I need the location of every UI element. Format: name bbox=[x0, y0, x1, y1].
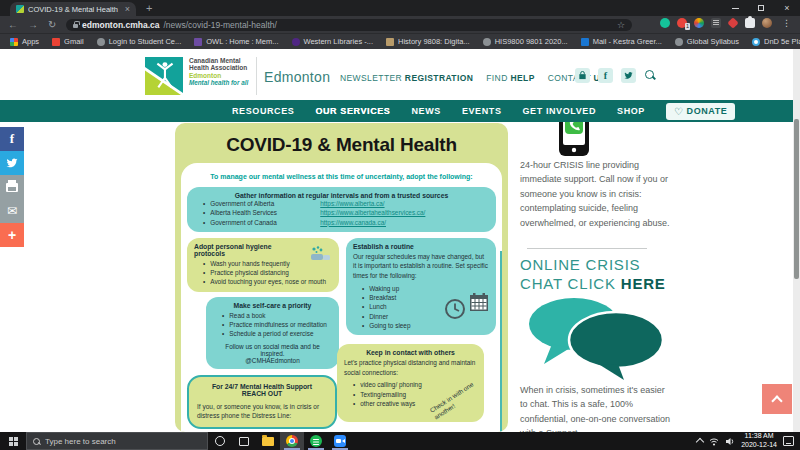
bookmark-gmail[interactable]: Gmail bbox=[52, 37, 84, 46]
speaker-icon[interactable] bbox=[725, 437, 735, 446]
reach-out-box: For 24/7 Mental Health Support REACH OUT… bbox=[187, 375, 337, 430]
task-view-button[interactable] bbox=[232, 432, 256, 450]
heart-icon: ♡ bbox=[674, 106, 684, 117]
search-icon bbox=[33, 438, 40, 445]
address-bar[interactable]: edmonton.cmha.ca /news/covid-19-mental-h… bbox=[66, 19, 632, 31]
back-to-top-button[interactable] bbox=[762, 384, 792, 414]
bookmark-student-login[interactable]: Login to Student Ce... bbox=[97, 37, 182, 46]
bookmark-dnd[interactable]: DnD 5e Player Han... bbox=[752, 37, 800, 46]
covid-infographic: COVID-19 & Mental Health To manage our m… bbox=[175, 123, 508, 432]
taskbar-clock[interactable]: 11:38 AM 2020-12-14 bbox=[741, 432, 777, 450]
bookmark-star-icon[interactable]: ☆ bbox=[617, 20, 625, 30]
url-host: edmonton.cmha.ca bbox=[82, 20, 159, 30]
chat-bubbles-icon[interactable] bbox=[522, 294, 672, 382]
grammarly-extension-icon[interactable] bbox=[660, 18, 670, 28]
taskbar-search-input[interactable] bbox=[45, 437, 185, 446]
clock-icon bbox=[444, 298, 466, 320]
nav-shop[interactable]: SHOP bbox=[617, 106, 645, 116]
back-icon[interactable]: ← bbox=[8, 19, 18, 30]
zoom-camera-icon bbox=[334, 435, 346, 447]
ahs-link[interactable]: https://www.albertahealthservices.ca/ bbox=[320, 208, 425, 217]
donate-button[interactable]: ♡DONATE bbox=[666, 103, 736, 120]
routine-box: Establish a routine Our regular schedule… bbox=[346, 238, 496, 335]
bookmark-mail[interactable]: Mail - Kestra Greer... bbox=[581, 37, 662, 46]
chat-here-link[interactable]: HERE bbox=[621, 275, 666, 292]
hand-washing-icon bbox=[306, 245, 332, 263]
site-city-label: Edmonton bbox=[264, 69, 330, 85]
start-button[interactable] bbox=[0, 432, 26, 450]
share-print-button[interactable] bbox=[0, 175, 24, 199]
browser-menu-icon[interactable]: ⋮ bbox=[782, 18, 791, 28]
folder-icon bbox=[262, 437, 274, 446]
window-minimize-button[interactable] bbox=[722, 0, 748, 16]
nav-our-services[interactable]: OUR SERVICES bbox=[315, 106, 390, 116]
zoom-taskbar-button[interactable] bbox=[328, 432, 352, 450]
zotero-extension-icon[interactable] bbox=[727, 17, 738, 28]
action-center-icon[interactable] bbox=[783, 436, 794, 446]
crisis-line-text: 24-hour CRISIS line providing immediate … bbox=[520, 158, 672, 230]
cmha-logo[interactable] bbox=[145, 57, 183, 95]
globe-icon bbox=[675, 38, 683, 46]
share-rail: f ✉ + bbox=[0, 127, 24, 247]
share-facebook-button[interactable]: f bbox=[0, 127, 24, 151]
bookmark-owl[interactable]: OWL : Home : Mem... bbox=[194, 37, 278, 46]
find-help-link[interactable]: FIND HELP bbox=[486, 73, 534, 83]
chevron-up-icon bbox=[771, 395, 782, 406]
dnd-icon bbox=[752, 38, 760, 46]
logo-text: Canadian Mental Health Association Edmon… bbox=[189, 57, 251, 87]
share-email-button[interactable]: ✉ bbox=[0, 199, 24, 223]
spotify-taskbar-button[interactable] bbox=[304, 432, 328, 450]
bookmark-his9800[interactable]: HIS9800 9801 2020... bbox=[483, 37, 568, 46]
infographic-title: COVID-19 & Mental Health bbox=[175, 134, 508, 156]
window-close-button[interactable]: × bbox=[774, 0, 800, 16]
notes-extension-icon[interactable] bbox=[711, 18, 721, 28]
tray-chevron-icon[interactable] bbox=[696, 438, 704, 446]
nav-events[interactable]: EVENTS bbox=[462, 106, 502, 116]
share-more-button[interactable]: + bbox=[0, 223, 24, 247]
page-scrollbar[interactable] bbox=[793, 49, 800, 432]
extensions-puzzle-icon[interactable] bbox=[745, 18, 755, 28]
owl-icon bbox=[194, 38, 202, 46]
facebook-icon[interactable]: f bbox=[598, 68, 613, 83]
windows-taskbar: 11:38 AM 2020-12-14 bbox=[0, 432, 800, 450]
bookmark-global-syllabus[interactable]: Global Syllabus bbox=[675, 37, 739, 46]
windows-logo-icon bbox=[9, 437, 18, 446]
sidebar-divider bbox=[527, 248, 647, 249]
globe-extension-icon[interactable] bbox=[694, 18, 704, 28]
wifi-icon[interactable] bbox=[709, 437, 719, 446]
url-path: /news/covid-19-mental-health/ bbox=[163, 20, 276, 30]
nav-get-involved[interactable]: GET INVOLVED bbox=[523, 106, 597, 116]
nav-news[interactable]: NEWS bbox=[411, 106, 440, 116]
cortana-button[interactable] bbox=[208, 432, 232, 450]
extension-icon-with-badge[interactable]: 1 bbox=[677, 18, 687, 28]
search-icon[interactable] bbox=[644, 69, 657, 82]
file-explorer-button[interactable] bbox=[256, 432, 280, 450]
keep-contact-box: Keep in contact with others Let's practi… bbox=[337, 344, 484, 422]
scrollbar-thumb[interactable] bbox=[794, 119, 799, 279]
newsletter-link[interactable]: NEWSLETTER REGISTRATION bbox=[340, 73, 473, 83]
twitter-icon[interactable] bbox=[621, 68, 636, 83]
forward-icon[interactable]: → bbox=[28, 19, 38, 30]
taskbar-search[interactable] bbox=[26, 432, 208, 450]
bookmark-western-libraries[interactable]: Western Libraries -... bbox=[292, 37, 373, 46]
chrome-taskbar-button[interactable] bbox=[280, 432, 304, 450]
bookmark-apps[interactable]: Apps bbox=[10, 37, 39, 46]
chrome-icon bbox=[286, 435, 298, 447]
site-header: Canadian Mental Health Association Edmon… bbox=[0, 49, 793, 100]
canada-link[interactable]: https://www.canada.ca/ bbox=[320, 218, 386, 227]
window-maximize-button[interactable] bbox=[748, 0, 774, 16]
tab-close-icon[interactable]: × bbox=[125, 5, 130, 14]
nav-resources[interactable]: RESOURCES bbox=[232, 106, 294, 116]
cmha-favicon bbox=[16, 5, 24, 13]
cart-icon[interactable] bbox=[575, 68, 590, 83]
tab-title: COVID-19 & Mental Health bbox=[28, 5, 121, 14]
reload-icon[interactable]: ↻ bbox=[48, 19, 56, 30]
alberta-link[interactable]: https://www.alberta.ca/ bbox=[320, 199, 384, 208]
header-divider bbox=[256, 57, 257, 95]
profile-avatar[interactable] bbox=[762, 18, 772, 28]
browser-tab[interactable]: COVID-19 & Mental Health × bbox=[10, 2, 136, 16]
share-twitter-button[interactable] bbox=[0, 151, 24, 175]
task-view-icon bbox=[239, 437, 249, 446]
new-tab-button[interactable]: + bbox=[146, 2, 152, 14]
bookmark-history-9808[interactable]: History 9808: Digita... bbox=[386, 37, 470, 46]
